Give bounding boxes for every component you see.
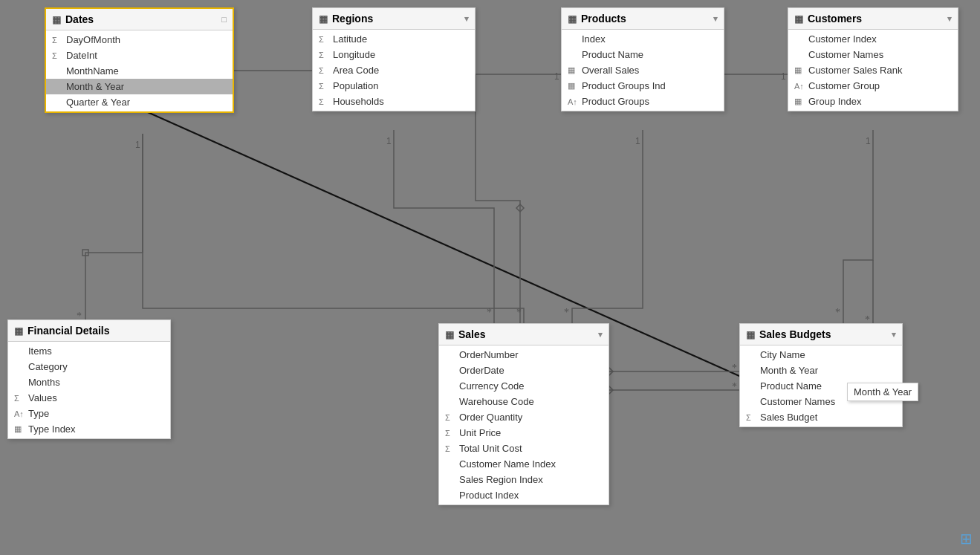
sales-row-unitprice[interactable]: Σ Unit Price xyxy=(439,425,609,441)
sales-table[interactable]: ▦ Sales ▾ OrderNumber OrderDate Currency… xyxy=(438,323,609,505)
products-row-overallsales[interactable]: ▦ Overall Sales xyxy=(562,62,724,78)
regions-table-icon: ▦ xyxy=(319,13,328,25)
nav-icon[interactable]: ⊞ xyxy=(960,530,973,548)
tooltip-popup: Month & Year xyxy=(847,383,918,401)
sales-budgets-expand-icon[interactable]: ▾ xyxy=(892,330,896,340)
sales-budgets-header: ▦ Sales Budgets ▾ xyxy=(740,324,902,345)
sales-table-body: OrderNumber OrderDate Currency Code Ware… xyxy=(439,345,609,504)
financial-details-table[interactable]: ▦ Financial Details Items Category Month… xyxy=(7,319,171,439)
products-row-index[interactable]: Index xyxy=(562,31,724,47)
fin-row-items[interactable]: Items xyxy=(8,343,170,359)
customers-table[interactable]: ▦ Customers ▾ Customer Index Customer Na… xyxy=(788,7,958,111)
products-table[interactable]: ▦ Products ▾ Index Product Name ▦ Overal… xyxy=(561,7,724,111)
products-row-productgroupsind[interactable]: ▦ Product Groups Ind xyxy=(562,78,724,94)
products-table-body: Index Product Name ▦ Overall Sales ▦ Pro… xyxy=(562,30,724,111)
fin-row-months[interactable]: Months xyxy=(8,374,170,390)
customers-table-header: ▦ Customers ▾ xyxy=(788,8,958,30)
tooltip-text: Month & Year xyxy=(854,386,912,397)
sales-expand-icon[interactable]: ▾ xyxy=(598,330,603,340)
sales-row-totalunitcost[interactable]: Σ Total Unit Cost xyxy=(439,441,609,456)
sales-budgets-title: Sales Budgets xyxy=(759,328,831,340)
dates-table-icon: ▦ xyxy=(52,14,61,25)
dates-row-monthandyear[interactable]: Month & Year xyxy=(46,79,233,94)
regions-table-header: ▦ Regions ▾ xyxy=(313,8,475,30)
customers-expand-icon[interactable]: ▾ xyxy=(947,14,952,24)
sales-row-customernameindex[interactable]: Customer Name Index xyxy=(439,456,609,472)
regions-table-body: Σ Latitude Σ Longitude Σ Area Code Σ Pop… xyxy=(313,30,475,111)
sb-row-salesbudget[interactable]: Σ Sales Budget xyxy=(740,409,902,425)
dates-expand-icon[interactable]: □ xyxy=(221,15,227,24)
sales-table-header: ▦ Sales ▾ xyxy=(439,324,609,345)
dates-table-header: ▦ Dates □ xyxy=(46,9,233,30)
sales-row-productindex[interactable]: Product Index xyxy=(439,487,609,503)
financial-details-body: Items Category Months Σ Values A↑ Type ▦… xyxy=(8,342,170,438)
products-row-productgroups[interactable]: A↑ Product Groups xyxy=(562,94,724,109)
sales-budgets-table[interactable]: ▦ Sales Budgets ▾ City Name Month & Year… xyxy=(739,323,903,427)
regions-row-longitude[interactable]: Σ Longitude xyxy=(313,47,475,62)
products-expand-icon[interactable]: ▾ xyxy=(713,14,718,24)
dates-table[interactable]: ▦ Dates □ Σ DayOfMonth Σ DateInt MonthNa… xyxy=(45,7,234,113)
sb-row-monthandyear[interactable]: Month & Year xyxy=(740,363,902,378)
financial-table-icon: ▦ xyxy=(14,325,23,337)
financial-details-title: Financial Details xyxy=(27,325,109,337)
sales-row-currencycode[interactable]: Currency Code xyxy=(439,378,609,394)
dates-row-dayofmonth[interactable]: Σ DayOfMonth xyxy=(46,32,233,48)
regions-row-latitude[interactable]: Σ Latitude xyxy=(313,31,475,47)
sales-row-warehousecode[interactable]: Warehouse Code xyxy=(439,394,609,409)
customers-row-index[interactable]: Customer Index xyxy=(788,31,958,47)
customers-row-customernames[interactable]: Customer Names xyxy=(788,47,958,62)
customers-table-icon: ▦ xyxy=(794,13,803,25)
regions-row-households[interactable]: Σ Households xyxy=(313,94,475,109)
dates-table-body: Σ DayOfMonth Σ DateInt MonthName Month &… xyxy=(46,30,233,111)
sales-row-salesregionindex[interactable]: Sales Region Index xyxy=(439,472,609,487)
sales-row-ordernumber[interactable]: OrderNumber xyxy=(439,347,609,363)
financial-details-header: ▦ Financial Details xyxy=(8,320,170,342)
sales-table-icon: ▦ xyxy=(445,329,454,340)
products-table-icon: ▦ xyxy=(568,13,577,25)
customers-table-title: Customers xyxy=(808,13,862,25)
products-row-productname[interactable]: Product Name xyxy=(562,47,724,62)
fin-row-values[interactable]: Σ Values xyxy=(8,390,170,406)
customers-row-groupindex[interactable]: ▦ Group Index xyxy=(788,94,958,109)
products-table-title: Products xyxy=(581,13,626,25)
fin-row-category[interactable]: Category xyxy=(8,359,170,374)
dates-row-monthname[interactable]: MonthName xyxy=(46,63,233,79)
sales-row-orderqty[interactable]: Σ Order Quantity xyxy=(439,409,609,425)
customers-row-salesrank[interactable]: ▦ Customer Sales Rank xyxy=(788,62,958,78)
sales-row-orderdate[interactable]: OrderDate xyxy=(439,363,609,378)
regions-table[interactable]: ▦ Regions ▾ Σ Latitude Σ Longitude Σ Are… xyxy=(312,7,476,111)
sales-budgets-icon: ▦ xyxy=(746,329,755,340)
dates-table-title: Dates xyxy=(65,13,94,25)
dates-row-quarterandyear[interactable]: Quarter & Year xyxy=(46,94,233,110)
regions-expand-icon[interactable]: ▾ xyxy=(464,14,469,24)
fin-row-type[interactable]: A↑ Type xyxy=(8,406,170,421)
regions-row-population[interactable]: Σ Population xyxy=(313,78,475,94)
products-table-header: ▦ Products ▾ xyxy=(562,8,724,30)
fin-row-typeindex[interactable]: ▦ Type Index xyxy=(8,421,170,437)
regions-table-title: Regions xyxy=(332,13,373,25)
dates-row-dateint[interactable]: Σ DateInt xyxy=(46,48,233,63)
customers-table-body: Customer Index Customer Names ▦ Customer… xyxy=(788,30,958,111)
sales-table-title: Sales xyxy=(458,328,486,340)
customers-row-customergroup[interactable]: A↑ Customer Group xyxy=(788,78,958,94)
regions-row-areacode[interactable]: Σ Area Code xyxy=(313,62,475,78)
sb-row-cityname[interactable]: City Name xyxy=(740,347,902,363)
